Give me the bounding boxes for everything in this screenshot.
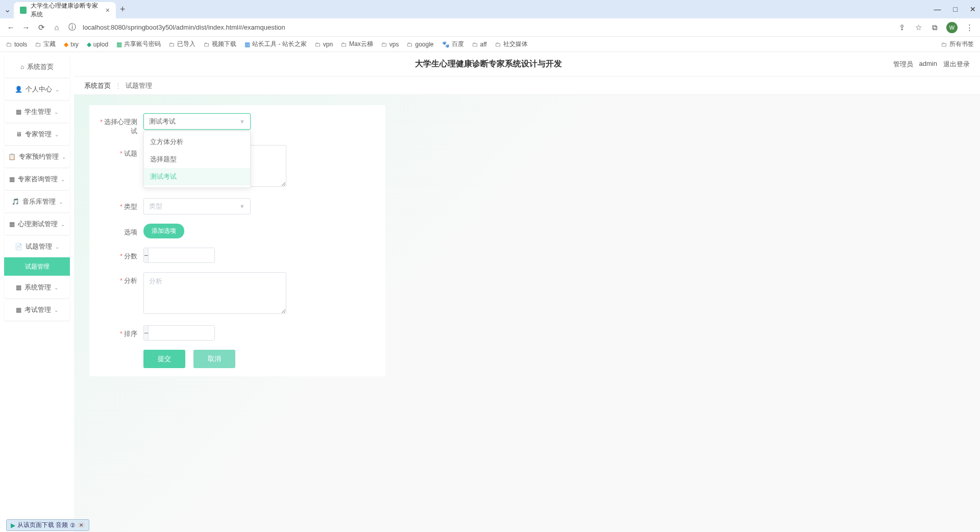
bookmark-shared-accounts[interactable]: ▦共享账号密码 <box>116 40 161 49</box>
score-value[interactable] <box>149 248 215 262</box>
cancel-button[interactable]: 取消 <box>193 350 235 368</box>
breadcrumb-separator-icon: ⋮ <box>115 82 121 89</box>
maximize-icon[interactable]: □ <box>953 5 958 13</box>
chevron-down-icon: ▼ <box>239 203 245 209</box>
sidebar-item-10[interactable]: ▦考试管理⌄ <box>4 299 70 321</box>
sidebar-item-7[interactable]: ▦心理测试管理⌄ <box>4 213 70 235</box>
sidebar-subitem-8[interactable]: 试题管理 <box>4 257 70 276</box>
add-option-button[interactable]: 添加选项 <box>143 224 184 238</box>
dropdown-option-1[interactable]: 选择题型 <box>144 151 250 168</box>
bookmark-video-dl[interactable]: 🗀视频下载 <box>204 40 236 49</box>
bookmark-all[interactable]: 🗀所有书签 <box>941 40 974 49</box>
sidebar-item-5[interactable]: ▦专家咨询管理⌄ <box>4 168 70 190</box>
chevron-down-icon: ▼ <box>239 118 245 125</box>
sidebar-item-4[interactable]: 📋专家预约管理⌄ <box>4 146 70 167</box>
chevron-down-icon: ⌄ <box>62 154 66 160</box>
browser-tab[interactable]: 大学生心理健康诊断专家系统 × <box>14 2 116 18</box>
home-icon[interactable]: ⌂ <box>52 23 61 32</box>
dropdown-option-0[interactable]: 立方体分析 <box>144 133 250 151</box>
menu-icon: ⌂ <box>20 63 24 70</box>
bookmarks-bar: 🗀tools 🗀宝藏 ◆txy ◆uplod ▦共享账号密码 🗀已导入 🗀视频下… <box>0 37 980 52</box>
menu-icon: ▦ <box>9 176 15 183</box>
app-title: 大学生心理健康诊断专家系统设计与开发 <box>84 59 893 69</box>
reload-icon[interactable]: ⟳ <box>37 23 46 32</box>
bookmark-webmaster[interactable]: ▦站长工具 - 站长之家 <box>244 40 307 49</box>
bookmark-aff[interactable]: 🗀aff <box>472 41 487 48</box>
browser-nav-bar: ← → ⟳ ⌂ ⓘ localhost:8080/springboot3y50l… <box>0 18 980 37</box>
dropdown-option-2[interactable]: 测试考试 <box>144 168 250 185</box>
menu-icon[interactable]: ⋮ <box>965 23 974 32</box>
sidebar-item-2[interactable]: ▦学生管理⌄ <box>4 101 70 123</box>
new-tab-button[interactable]: + <box>120 4 126 15</box>
menu-icon: 🖥 <box>16 131 22 138</box>
submit-button[interactable]: 提交 <box>143 350 185 368</box>
menu-icon: ▦ <box>9 221 15 228</box>
back-icon[interactable]: ← <box>6 23 15 32</box>
bookmark-tools[interactable]: 🗀tools <box>6 41 27 48</box>
menu-icon: 👤 <box>15 86 22 93</box>
sidebar-item-1[interactable]: 👤个人中心⌄ <box>4 79 70 100</box>
menu-icon: ▦ <box>16 306 21 313</box>
app-header: 大学生心理健康诊断专家系统设计与开发 管理员 admin 退出登录 <box>74 52 980 77</box>
profile-avatar[interactable]: W <box>946 22 958 33</box>
count-badge: ② <box>70 522 76 529</box>
bookmark-baidu[interactable]: 🐾百度 <box>442 40 464 49</box>
menu-icon: 🎵 <box>12 198 19 205</box>
bookmark-vpn[interactable]: 🗀vpn <box>315 41 333 48</box>
sidebar-item-0[interactable]: ⌂系统首页 <box>4 56 70 78</box>
bookmark-uplod[interactable]: ◆uplod <box>87 41 108 48</box>
form-card: *选择心理测试 测试考试 ▼ 立方体分析 选择题型 测试考试 <box>89 105 385 376</box>
download-audio-bar[interactable]: ▶ 从该页面下载 音频 ② ✕ <box>6 519 89 531</box>
bookmark-maxcloud[interactable]: 🗀Max云梯 <box>341 40 373 49</box>
menu-icon: ▦ <box>16 108 21 115</box>
content-area: *选择心理测试 测试考试 ▼ 立方体分析 选择题型 测试考试 <box>74 95 980 532</box>
sidebar: ⌂系统首页👤个人中心⌄▦学生管理⌄🖥专家管理⌄📋专家预约管理⌄▦专家咨询管理⌄🎵… <box>0 52 74 532</box>
window-controls: — □ ✕ <box>934 5 976 13</box>
menu-icon: 📋 <box>8 153 16 160</box>
play-icon: ▶ <box>11 522 15 529</box>
site-info-icon[interactable]: ⓘ <box>67 22 77 32</box>
bookmark-google[interactable]: 🗀google <box>407 41 433 48</box>
forward-icon[interactable]: → <box>21 23 31 32</box>
chevron-down-icon: ⌄ <box>54 109 58 115</box>
sidebar-item-3[interactable]: 🖥专家管理⌄ <box>4 124 70 145</box>
score-number-input[interactable]: − + <box>143 248 215 263</box>
minimize-icon[interactable]: — <box>934 5 941 13</box>
sidebar-item-8[interactable]: 📄试题管理⌄ <box>4 236 70 257</box>
close-tab-icon[interactable]: × <box>106 6 110 14</box>
decrease-button[interactable]: − <box>144 326 149 340</box>
bookmark-star-icon[interactable]: ☆ <box>914 23 923 32</box>
close-icon[interactable]: ✕ <box>78 522 85 528</box>
sidebar-item-6[interactable]: 🎵音乐库管理⌄ <box>4 191 70 212</box>
chevron-down-icon: ⌄ <box>61 177 65 182</box>
chevron-down-icon: ⌄ <box>55 244 59 250</box>
bookmark-txy[interactable]: ◆txy <box>64 41 78 48</box>
logout-link[interactable]: 退出登录 <box>943 60 970 69</box>
url-bar[interactable]: localhost:8080/springboot3y50l/admin/dis… <box>83 23 891 31</box>
bookmark-social[interactable]: 🗀社交媒体 <box>495 40 528 49</box>
bookmark-imported[interactable]: 🗀已导入 <box>169 40 195 49</box>
chevron-down-icon: ⌄ <box>61 222 65 227</box>
browser-tab-bar: ⌄ 大学生心理健康诊断专家系统 × + — □ ✕ <box>0 0 980 18</box>
order-number-input[interactable]: − + <box>143 325 215 341</box>
select-psychology-test[interactable]: 测试考试 ▼ <box>143 113 251 130</box>
chevron-down-icon: ⌄ <box>54 285 58 291</box>
breadcrumb-home[interactable]: 系统首页 <box>84 81 111 90</box>
analysis-textarea[interactable] <box>143 272 286 314</box>
dropdown-panel: 立方体分析 选择题型 测试考试 <box>143 131 251 188</box>
chevron-down-icon: ⌄ <box>59 199 63 205</box>
tab-title: 大学生心理健康诊断专家系统 <box>31 2 102 19</box>
extensions-icon[interactable]: ⧉ <box>930 23 939 32</box>
order-value[interactable] <box>149 326 215 340</box>
tab-dropdown-icon[interactable]: ⌄ <box>4 5 11 14</box>
bookmark-vps[interactable]: 🗀vps <box>381 41 399 48</box>
bookmark-treasure[interactable]: 🗀宝藏 <box>35 40 56 49</box>
share-icon[interactable]: ⇪ <box>897 23 906 32</box>
username[interactable]: admin <box>919 60 937 69</box>
breadcrumb-current: 试题管理 <box>126 81 152 90</box>
close-window-icon[interactable]: ✕ <box>970 5 976 13</box>
select-type[interactable]: 类型 ▼ <box>143 198 251 214</box>
decrease-button[interactable]: − <box>144 248 149 262</box>
chevron-down-icon: ⌄ <box>55 87 59 92</box>
sidebar-item-9[interactable]: ▦系统管理⌄ <box>4 277 70 298</box>
